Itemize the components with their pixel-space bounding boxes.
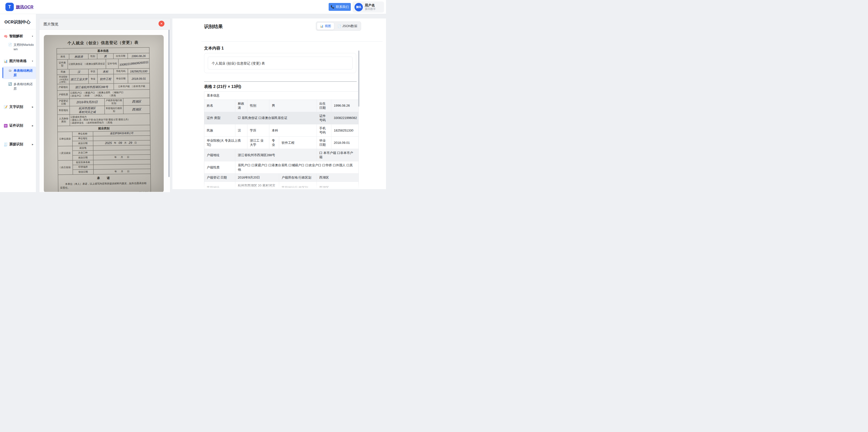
photo-cell: □灵活就业 xyxy=(58,146,73,160)
photo-cell: 330822199608260011 xyxy=(119,60,149,67)
close-preview-button[interactable]: ✕ xyxy=(158,21,164,27)
sidebar-item-image-to-table[interactable]: 📊 图片转表格 ▼ xyxy=(0,57,36,65)
chevron-right-icon: ▶ xyxy=(32,125,33,127)
phone-icon: 📞 xyxy=(331,5,335,9)
photo-cell: 毕业日期 xyxy=(114,74,128,84)
preview-scrollbar[interactable] xyxy=(168,30,169,177)
photo-pledge-title: 承 诺 xyxy=(60,176,149,181)
photo-cell: 年 xyxy=(115,156,117,159)
table-cell: 汉 xyxy=(235,124,247,137)
sidebar-item-multi-table-restore[interactable]: 🔄 多表格结构还原 xyxy=(0,80,36,93)
table-cell: 本科 xyxy=(269,124,317,137)
document-icon: 📄 xyxy=(338,25,341,28)
results-panel: 识别结果 📊 视图 📄 JSON数据 文本内容 1 个人就业 (创业) 信息登记… xyxy=(172,19,386,189)
sidebar-item-text-ocr[interactable]: 📝 文字识别 ▶ xyxy=(0,103,36,111)
table-cell: 户籍所在地 行政区划 xyxy=(279,174,317,181)
photo-cell: 出生日期 xyxy=(114,53,128,59)
tab-json-label: JSON数据 xyxy=(342,24,357,28)
sidebar-item-label: 文字识别 xyxy=(9,105,30,109)
sidebar: OCR识别中心 🧠 智能解析 ▼ 📄 文档转Markdown 📊 图片转表格 ▼… xyxy=(0,14,36,192)
photo-cell: 毕业院校（大专及以上填写） xyxy=(57,75,69,84)
photo-cell: 日 xyxy=(134,141,137,144)
photo-cell: 常驻地址行政区划 xyxy=(104,106,123,114)
table-cell: 基本信息 xyxy=(204,92,359,99)
sidebar-item-single-table-restore[interactable]: 🗂 单表格结构还原 xyxy=(2,66,36,79)
photo-cell: 单位名称 xyxy=(72,132,93,136)
sidebar-item-doc-to-markdown[interactable]: 📄 文档转Markdown xyxy=(0,41,36,53)
table-row: 常驻地址杭州市西湖区 20 蒋村河滨之城常驻地址行 政区划西湖区 xyxy=(204,182,359,188)
results-scrollbar[interactable] xyxy=(358,51,360,107)
table-row: 户籍登记 日期2016年9月20日户籍所在地 行政区划西湖区 xyxy=(204,174,359,182)
table-cell: 2018.09.01 xyxy=(331,137,359,149)
bar-chart-icon: 📊 xyxy=(4,59,8,63)
photo-cell: 软件工程 xyxy=(97,75,114,84)
refresh-icon: 🔄 xyxy=(8,82,12,86)
text-content-heading: 文本内容 1 xyxy=(204,46,224,51)
photo-form-title: 个人就业（创业）信息登记（变更）表 xyxy=(54,40,152,46)
photo-cell: 就业地 xyxy=(73,146,93,150)
sidebar-item-label: 证件识别 xyxy=(9,123,30,128)
photo-cell: 性别 xyxy=(88,54,97,59)
photo-cell: 年 xyxy=(115,170,117,173)
id-icon: 🆔 xyxy=(4,124,8,127)
app: T 旗讯OCR 📞 联系我们 旗讯 用户名 旗讯数字 OCR识别中心 🧠 智能解… xyxy=(0,0,386,192)
photo-cell: 证件号码 xyxy=(106,59,118,69)
table-cell: 口 本市户籍 口非本市户籍 xyxy=(317,149,359,161)
brand-link[interactable]: 旗讯OCR xyxy=(16,4,33,10)
table-cell: 软件工程 xyxy=(279,137,317,149)
photo-cell: 户籍登记日期 xyxy=(57,99,70,107)
table-cell: 常驻地址 xyxy=(204,182,235,188)
photo-cell: 林政涛 xyxy=(69,54,88,59)
photo-cell: 汉 xyxy=(69,69,89,75)
photo-section-employment: 就业类别 xyxy=(58,125,150,132)
photo-cell: 日 xyxy=(127,155,129,159)
table-cell: 手机号码 xyxy=(317,124,331,137)
table-cell: 男 xyxy=(269,100,317,112)
photo-cell: ☑本市户籍 □非本市户籍 xyxy=(114,83,149,90)
table-cell: 杭州市西湖区 20 蒋村河滨之城 xyxy=(235,182,279,188)
table-cell: 学历 xyxy=(247,124,269,137)
tab-json[interactable]: 📄 JSON数据 xyxy=(335,22,360,30)
table-cell: 证件号码 xyxy=(317,112,331,124)
sidebar-item-receipt-ocr[interactable]: 🧾 票据识别 ▶ xyxy=(0,140,36,149)
user-name: 用户名 xyxy=(365,3,376,7)
memo-icon: 📝 xyxy=(4,105,8,109)
photo-cell: 户籍性质 xyxy=(57,91,70,99)
contact-us-button[interactable]: 📞 联系我们 xyxy=(329,3,351,11)
uploaded-form-photo: 个人就业（创业）信息登记（变更）表 基本信息 姓名 林政涛 性别 男 出生日期 … xyxy=(44,35,164,192)
image-preview-title: 图片预览 xyxy=(43,22,58,27)
card-index-icon: 🗂 xyxy=(8,68,12,73)
receipt-icon: 🧾 xyxy=(4,143,8,146)
sidebar-item-smart-parse[interactable]: 🧠 智能解析 ▼ xyxy=(0,32,36,41)
table-cell: ☑ 居民身份证 口港澳台据民居住证 xyxy=(235,112,317,124)
table-cell: 证件 类型 xyxy=(204,112,235,124)
table-cell: 3308221996082 xyxy=(331,112,359,124)
avatar: 旗讯 xyxy=(354,3,363,11)
tab-view[interactable]: 📊 视图 xyxy=(317,22,334,30)
result-table: 基本信息姓名林政涛性别男出生日期1996.08.26证件 类型☑ 居民身份证 口… xyxy=(204,91,359,188)
photo-cell: ☑居民身份证 □港澳台据民居住证 xyxy=(68,59,106,69)
photo-cell: 蒋村河滨之城 xyxy=(79,110,96,114)
text-content-value: 个人就业 (创业) 信息登记 (变更) 表 xyxy=(208,57,352,69)
photo-cell: 凝思梦翔科技有限公司 xyxy=(93,131,150,136)
view-tab-group: 📊 视图 📄 JSON数据 xyxy=(316,22,361,31)
photo-cell: 1996.08.26 xyxy=(128,53,149,59)
table-cell: 浙江省杭州市西湖区288号 xyxy=(235,149,317,161)
brain-icon: 🧠 xyxy=(4,34,8,38)
table-row: 基本信息 xyxy=(204,92,359,100)
table-cell: 专业 xyxy=(269,137,279,149)
brand-logo[interactable]: T xyxy=(5,3,14,11)
photo-cell: 创业实体名称 xyxy=(73,160,94,165)
sidebar-item-id-ocr[interactable]: 🆔 证件识别 ▶ xyxy=(0,121,36,130)
user-menu[interactable]: 旗讯 用户名 旗讯数字 xyxy=(352,1,384,12)
photo-cell: 学历 xyxy=(89,69,97,75)
table-cell: 西湖区 xyxy=(317,182,359,188)
bar-chart-icon: 📊 xyxy=(320,25,323,28)
table-cell: 1996.08.26 xyxy=(331,100,359,112)
photo-cell: 单位地址 xyxy=(73,136,93,141)
sidebar-title: OCR识别中心 xyxy=(0,14,36,29)
sidebar-item-label: 票据识别 xyxy=(9,142,30,147)
table-cell: 居民户口 口家庭户口 口港澳台居民 口城镇户口 口农业户口 口华侨 口外国人 口… xyxy=(235,161,359,173)
photo-cell: 浙江工业大学 xyxy=(69,75,89,84)
table-row: 毕业院校(大 专及以上填 写)浙江工 业大学专业软件工程毕业日期2018.09.… xyxy=(204,137,359,149)
